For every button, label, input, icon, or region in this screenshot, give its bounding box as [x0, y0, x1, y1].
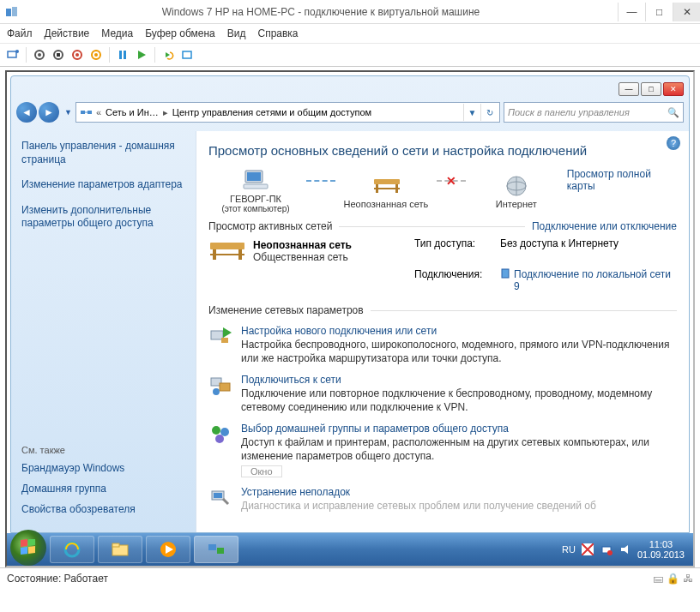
- svg-rect-12: [119, 51, 122, 59]
- network-icon: [80, 105, 94, 119]
- page-title: Просмотр основных сведений о сети и наст…: [208, 143, 677, 158]
- link-homegroup[interactable]: Домашняя группа: [21, 483, 185, 495]
- svg-rect-51: [112, 543, 119, 547]
- forward-button[interactable]: ►: [39, 102, 59, 123]
- map-pc-name: ГЕВОРГ-ПК: [230, 194, 281, 204]
- svg-rect-22: [374, 179, 400, 184]
- win-minimize-button[interactable]: —: [619, 82, 639, 96]
- shutdown-icon[interactable]: [69, 47, 85, 63]
- svg-rect-54: [208, 544, 216, 550]
- refresh-icon[interactable]: ↻: [480, 104, 498, 121]
- fullscreen-icon[interactable]: [179, 47, 195, 63]
- host-minimize-button[interactable]: —: [618, 3, 645, 21]
- map-pc-sub: (этот компьютер): [221, 204, 289, 213]
- record-icon[interactable]: [32, 47, 47, 63]
- sidebar-adapter-settings[interactable]: Изменение параметров адаптера: [21, 178, 185, 192]
- access-value: Без доступа к Интернету: [500, 237, 677, 265]
- taskbar-wmp[interactable]: [146, 536, 190, 563]
- play-icon[interactable]: [134, 47, 149, 63]
- flag-icon[interactable]: [581, 543, 594, 556]
- svg-rect-34: [211, 331, 223, 339]
- clock[interactable]: 11:03 01.09.2013: [637, 539, 685, 560]
- revert-icon[interactable]: [160, 47, 176, 63]
- help-icon[interactable]: ?: [667, 136, 680, 150]
- win7-window: — □ ✕ ◄ ► ▼ « Сеть и Ин… ▸ Центр управле…: [10, 75, 690, 533]
- full-map-link[interactable]: Просмотр полной карты: [567, 168, 677, 192]
- win-maximize-button[interactable]: □: [641, 82, 661, 96]
- host-maximize-button[interactable]: □: [645, 3, 673, 21]
- win7-titlebar[interactable]: — □ ✕: [11, 76, 689, 99]
- taskbar-ie[interactable]: [50, 536, 94, 563]
- svg-rect-48: [28, 546, 35, 554]
- map-internet-label: Интернет: [496, 199, 537, 209]
- svg-rect-38: [220, 383, 230, 391]
- svg-point-5: [38, 53, 41, 57]
- network-type[interactable]: Общественная сеть: [253, 251, 352, 263]
- crumb-network[interactable]: Сеть и Ин…: [102, 107, 162, 117]
- svg-point-58: [607, 550, 612, 555]
- map-internet: Интернет: [469, 173, 564, 209]
- address-bar[interactable]: « Сеть и Ин… ▸ Центр управления сетями и…: [75, 102, 500, 123]
- crumb-sharing-center[interactable]: Центр управления сетями и общим доступом: [169, 107, 375, 117]
- svg-rect-36: [221, 338, 228, 343]
- search-input[interactable]: Поиск в панели управления 🔍: [504, 102, 684, 123]
- connection-link[interactable]: Подключение по локальной сети 9: [514, 268, 677, 292]
- host-close-button[interactable]: ✕: [673, 3, 700, 21]
- host-menubar: Файл Действие Медиа Буфер обмена Вид Спр…: [0, 24, 700, 43]
- globe-icon: [503, 173, 530, 199]
- option-connect-network[interactable]: Подключиться к сети Подключение или повт…: [208, 374, 677, 414]
- menu-clipboard[interactable]: Буфер обмена: [145, 27, 215, 39]
- host-title: Windows 7 HP на HOME-PC - подключение к …: [24, 6, 618, 18]
- svg-point-40: [212, 426, 220, 435]
- svg-marker-59: [621, 545, 628, 554]
- menu-help[interactable]: Справка: [257, 27, 298, 39]
- svg-rect-20: [247, 172, 261, 181]
- okno-hint: Окно: [241, 465, 282, 477]
- computer-icon: [242, 168, 269, 194]
- svg-point-42: [215, 435, 224, 443]
- back-button[interactable]: ◄: [16, 102, 37, 123]
- address-dropdown-icon[interactable]: ▼: [463, 104, 480, 121]
- connect-icon: [208, 374, 232, 398]
- volume-icon[interactable]: [619, 543, 632, 556]
- lang-indicator[interactable]: RU: [562, 544, 576, 555]
- option-homegroup[interactable]: Выбор домашней группы и параметров общег…: [208, 423, 677, 477]
- host-titlebar: Windows 7 HP на HOME-PC - подключение к …: [0, 0, 700, 24]
- svg-rect-13: [124, 51, 126, 59]
- svg-rect-47: [21, 547, 27, 555]
- ctrl-alt-del-icon[interactable]: [5, 47, 21, 63]
- connections-label: Подключения:: [414, 268, 500, 292]
- sidebar-home[interactable]: Панель управления - домашняя страница: [21, 140, 185, 166]
- search-icon[interactable]: 🔍: [667, 107, 679, 118]
- stop-icon[interactable]: [51, 47, 66, 63]
- sidebar: Панель управления - домашняя страница Из…: [11, 131, 196, 532]
- option-new-connection[interactable]: Настройка нового подключения или сети На…: [208, 325, 677, 365]
- menu-file[interactable]: Файл: [7, 27, 33, 39]
- network-tray-icon[interactable]: [600, 543, 613, 556]
- svg-rect-29: [210, 243, 244, 249]
- network-name: Неопознанная сеть: [253, 239, 352, 251]
- svg-rect-0: [6, 9, 11, 16]
- snapshot-icon[interactable]: [88, 47, 104, 63]
- taskbar-explorer[interactable]: [98, 536, 142, 563]
- connect-disconnect-link[interactable]: Подключение или отключение: [532, 220, 677, 232]
- bench-icon: [372, 173, 400, 199]
- win-close-button[interactable]: ✕: [663, 82, 684, 96]
- sidebar-advanced-sharing[interactable]: Изменить дополнительные параметры общего…: [21, 204, 185, 231]
- svg-rect-2: [8, 51, 16, 57]
- svg-rect-33: [502, 269, 509, 278]
- link-internet-options[interactable]: Свойства обозревателя: [21, 503, 185, 515]
- menu-media[interactable]: Медиа: [101, 27, 133, 39]
- start-button[interactable]: [10, 530, 46, 566]
- option-troubleshoot[interactable]: Устранение неполадок Диагностика и испра…: [208, 486, 677, 513]
- taskbar-control-panel[interactable]: [194, 536, 238, 563]
- menu-view[interactable]: Вид: [227, 27, 246, 39]
- pause-icon[interactable]: [115, 47, 130, 63]
- link-firewall[interactable]: Брандмауэр Windows: [21, 462, 185, 474]
- svg-rect-44: [214, 493, 222, 498]
- dropdown-icon[interactable]: ▼: [64, 108, 72, 117]
- nic-icon: [500, 268, 510, 292]
- explorer-navbar: ◄ ► ▼ « Сеть и Ин… ▸ Центр управления се…: [16, 99, 684, 126]
- map-this-pc: ГЕВОРГ-ПК (этот компьютер): [208, 168, 303, 213]
- menu-action[interactable]: Действие: [45, 27, 90, 39]
